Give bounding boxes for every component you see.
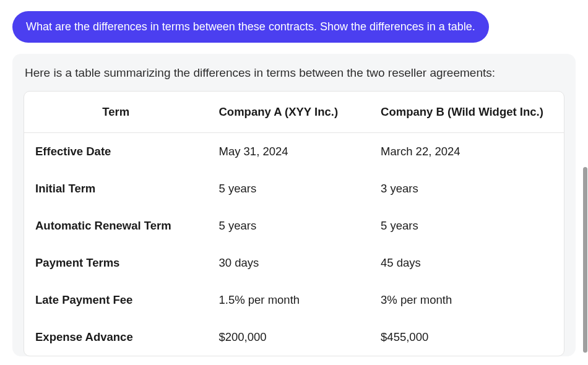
comparison-table-wrap: Term Company A (XYY Inc.) Company B (Wil… — [24, 91, 564, 356]
table-row: Automatic Renewal Term 5 years 5 years — [24, 207, 564, 244]
col-header-term: Term — [24, 92, 207, 133]
row-value-a: 5 years — [207, 207, 370, 244]
row-value-b: 3% per month — [370, 281, 564, 319]
row-value-a: 5 years — [207, 170, 370, 207]
table-row: Late Payment Fee 1.5% per month 3% per m… — [24, 281, 564, 319]
row-value-a: 30 days — [207, 244, 370, 281]
assistant-response-card: Here is a table summarizing the differen… — [12, 54, 576, 356]
table-row: Effective Date May 31, 2024 March 22, 20… — [24, 133, 564, 171]
row-value-b: 45 days — [370, 244, 564, 281]
row-value-b: 3 years — [370, 170, 564, 207]
row-value-a: May 31, 2024 — [207, 133, 370, 171]
row-value-b: $455,000 — [370, 319, 564, 356]
col-header-company-a: Company A (XYY Inc.) — [207, 92, 370, 133]
row-label: Initial Term — [24, 170, 207, 207]
table-header-row: Term Company A (XYY Inc.) Company B (Wil… — [24, 92, 564, 133]
col-header-company-b: Company B (Wild Widget Inc.) — [370, 92, 564, 133]
scrollbar-thumb[interactable] — [583, 167, 587, 353]
user-message-text: What are the differences in terms betwee… — [26, 20, 475, 33]
table-row: Initial Term 5 years 3 years — [24, 170, 564, 207]
row-value-b: 5 years — [370, 207, 564, 244]
row-label: Expense Advance — [24, 319, 207, 356]
row-value-b: March 22, 2024 — [370, 133, 564, 171]
row-label: Effective Date — [24, 133, 207, 171]
row-value-a: $200,000 — [207, 319, 370, 356]
user-message-bubble: What are the differences in terms betwee… — [12, 11, 489, 43]
row-label: Automatic Renewal Term — [24, 207, 207, 244]
table-row: Expense Advance $200,000 $455,000 — [24, 319, 564, 356]
row-value-a: 1.5% per month — [207, 281, 370, 319]
comparison-table: Term Company A (XYY Inc.) Company B (Wil… — [24, 92, 564, 356]
table-row: Payment Terms 30 days 45 days — [24, 244, 564, 281]
row-label: Payment Terms — [24, 244, 207, 281]
row-label: Late Payment Fee — [24, 281, 207, 319]
assistant-intro-text: Here is a table summarizing the differen… — [25, 66, 564, 80]
